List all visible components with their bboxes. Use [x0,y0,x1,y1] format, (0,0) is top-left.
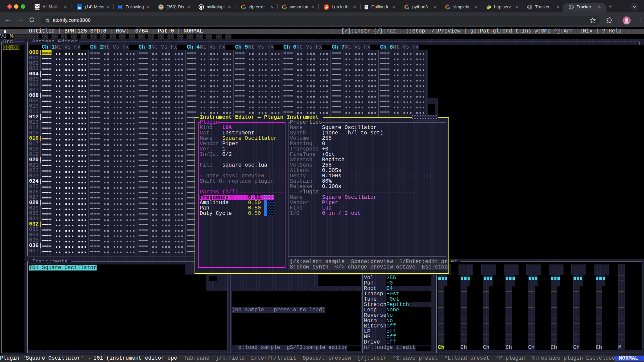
svg-text:360: 360 [159,6,162,8]
svg-text:100+: 100+ [35,7,40,10]
svg-text:in: in [78,6,81,9]
